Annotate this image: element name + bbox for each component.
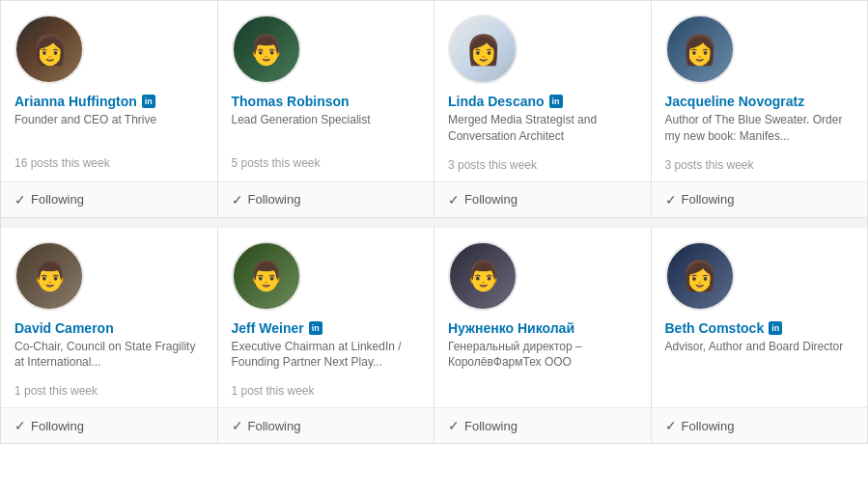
card-footer: ✓ Following	[652, 407, 868, 443]
card-jeff: 👨 Jeff Weiner in Executive Chairman at L…	[218, 228, 435, 445]
person-name[interactable]: Jacqueline Novogratz	[665, 94, 805, 109]
card-arianna: 👩 Arianna Huffington in Founder and CEO …	[1, 1, 218, 218]
person-name[interactable]: Thomas Robinson	[232, 94, 350, 109]
people-grid: 👩 Arianna Huffington in Founder and CEO …	[0, 0, 868, 444]
posts-count: 3 posts this week	[448, 152, 637, 172]
avatar: 👨	[232, 241, 301, 311]
check-icon: ✓	[14, 192, 26, 207]
linkedin-icon: in	[769, 321, 782, 335]
name-row: Нужненко Николай	[448, 320, 637, 336]
card-footer: ✓ Following	[652, 181, 868, 217]
check-icon: ✓	[232, 418, 243, 433]
person-title: Advisor, Author and Board Director	[665, 339, 854, 370]
following-label: Following	[31, 419, 84, 433]
card-body: 👨 Jeff Weiner in Executive Chairman at L…	[218, 228, 434, 408]
posts-count: 3 posts this week	[665, 152, 854, 172]
avatar-face: 👨	[16, 243, 82, 309]
name-row: Jeff Weiner in	[232, 320, 421, 336]
posts-count	[665, 377, 854, 383]
posts-count: 16 posts this week	[14, 151, 204, 170]
card-body: 👩 Linda Descano in Merged Media Strategi…	[434, 1, 651, 181]
card-footer: ✓ Following	[434, 181, 651, 217]
card-body: 👨 Thomas Robinson Lead Generation Specia…	[218, 1, 434, 181]
check-icon: ✓	[232, 192, 243, 207]
avatar-face: 👩	[16, 16, 82, 82]
following-label: Following	[31, 192, 84, 207]
person-title: Executive Chairman at LinkedIn / Foundin…	[232, 339, 421, 372]
linkedin-icon: in	[309, 321, 322, 335]
card-body: 👨 David Cameron Co-Chair, Council on Sta…	[1, 228, 217, 408]
following-label: Following	[248, 419, 301, 433]
avatar: 👩	[665, 241, 735, 311]
card-footer: ✓ Following	[218, 181, 434, 217]
name-row: Linda Descano in	[448, 94, 637, 109]
card-footer: ✓ Following	[218, 407, 434, 443]
avatar-face: 👩	[450, 16, 516, 82]
person-name[interactable]: Arianna Huffington	[14, 94, 137, 109]
avatar: 👩	[14, 14, 84, 84]
person-name[interactable]: Beth Comstock	[665, 320, 765, 336]
person-name[interactable]: Нужненко Николай	[448, 320, 574, 336]
avatar: 👩	[448, 14, 518, 84]
person-title: Merged Media Strategist and Conversation…	[448, 112, 637, 145]
card-body: 👩 Jacqueline Novogratz Author of The Blu…	[652, 1, 868, 181]
posts-count	[448, 378, 637, 384]
posts-count: 1 post this week	[232, 378, 421, 398]
linkedin-icon: in	[549, 95, 563, 108]
avatar-face: 👩	[667, 16, 733, 82]
card-footer: ✓ Following	[434, 407, 651, 443]
following-button[interactable]: ✓ Following	[448, 192, 518, 207]
person-title: Co-Chair, Council on State Fragility at …	[14, 339, 204, 372]
name-row: Arianna Huffington in	[14, 94, 204, 109]
name-row: Thomas Robinson	[232, 94, 421, 109]
card-beth: 👩 Beth Comstock in Advisor, Author and B…	[652, 228, 869, 445]
posts-count: 1 post this week	[14, 378, 204, 398]
check-icon: ✓	[665, 192, 677, 207]
following-button[interactable]: ✓ Following	[232, 192, 301, 207]
person-name[interactable]: Jeff Weiner	[232, 320, 304, 336]
card-footer: ✓ Following	[1, 181, 217, 217]
following-button[interactable]: ✓ Following	[665, 192, 735, 207]
row-divider	[1, 218, 868, 228]
avatar: 👨	[232, 14, 301, 84]
avatar-face: 👨	[234, 16, 299, 82]
name-row: David Cameron	[14, 320, 204, 336]
name-row: Jacqueline Novogratz	[665, 94, 854, 109]
following-button[interactable]: ✓ Following	[14, 192, 84, 207]
card-david: 👨 David Cameron Co-Chair, Council on Sta…	[1, 228, 218, 445]
person-name[interactable]: David Cameron	[14, 320, 114, 336]
check-icon: ✓	[448, 192, 460, 207]
card-jacqueline: 👩 Jacqueline Novogratz Author of The Blu…	[652, 1, 869, 218]
avatar: 👨	[448, 241, 518, 311]
following-label: Following	[464, 419, 518, 433]
card-nikolay: 👨 Нужненко Николай Генеральный директор …	[434, 228, 652, 445]
person-title: Lead Generation Specialist	[232, 112, 421, 143]
check-icon: ✓	[14, 418, 26, 433]
check-icon: ✓	[448, 418, 460, 433]
card-footer: ✓ Following	[1, 407, 217, 443]
person-title: Author of The Blue Sweater. Order my new…	[665, 112, 854, 145]
posts-count: 5 posts this week	[232, 151, 421, 170]
avatar-face: 👨	[450, 243, 516, 309]
avatar: 👩	[665, 14, 735, 84]
following-label: Following	[682, 419, 735, 433]
following-button[interactable]: ✓ Following	[14, 418, 84, 433]
following-button[interactable]: ✓ Following	[448, 418, 518, 433]
avatar-face: 👩	[667, 243, 733, 309]
following-label: Following	[464, 192, 518, 207]
following-label: Following	[248, 192, 301, 207]
person-title: Founder and CEO at Thrive	[14, 112, 204, 143]
following-button[interactable]: ✓ Following	[665, 418, 735, 433]
person-name[interactable]: Linda Descano	[448, 94, 545, 109]
card-thomas: 👨 Thomas Robinson Lead Generation Specia…	[218, 1, 435, 218]
following-label: Following	[682, 192, 735, 207]
card-body: 👩 Arianna Huffington in Founder and CEO …	[1, 1, 217, 181]
card-linda: 👩 Linda Descano in Merged Media Strategi…	[434, 1, 652, 218]
name-row: Beth Comstock in	[665, 320, 854, 336]
card-body: 👩 Beth Comstock in Advisor, Author and B…	[652, 228, 868, 408]
avatar-face: 👨	[234, 243, 299, 309]
person-title: Генеральный директор – КоролёвФармТех ОО…	[448, 339, 637, 372]
following-button[interactable]: ✓ Following	[232, 418, 301, 433]
card-body: 👨 Нужненко Николай Генеральный директор …	[434, 228, 651, 408]
check-icon: ✓	[665, 418, 677, 433]
